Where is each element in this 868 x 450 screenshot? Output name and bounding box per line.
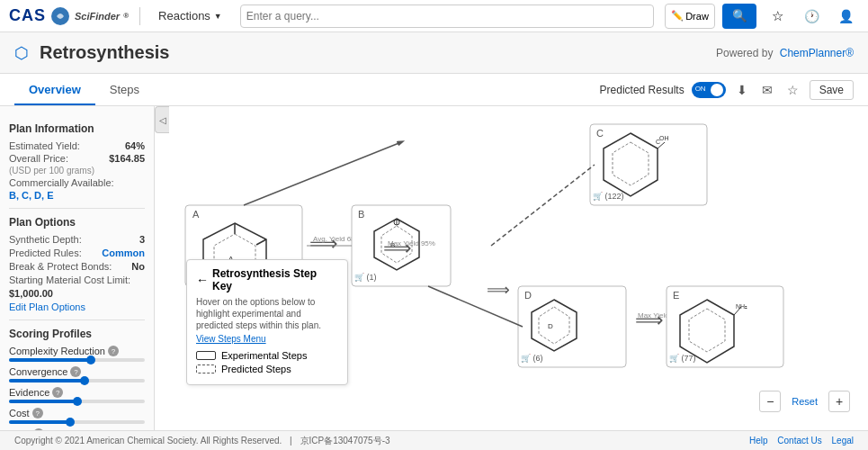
yield-info-icon[interactable]: ? — [33, 428, 44, 430]
complexity-slider-thumb[interactable] — [86, 356, 95, 364]
est-yield-label: Estimated Yield: — [9, 140, 80, 151]
edit-plan-row[interactable]: Edit Plan Options — [9, 302, 145, 312]
commercially-row: Commercially Available: — [9, 177, 145, 188]
est-yield-value: 64% — [125, 140, 145, 151]
retrosynthesis-icon: ⬡ — [14, 43, 29, 63]
draw-button[interactable]: ✏️ Draw — [665, 4, 715, 29]
evidence-info-icon[interactable]: ? — [52, 387, 63, 398]
download-button[interactable]: ⬇ — [733, 81, 751, 99]
cost-slider-thumb[interactable] — [66, 418, 75, 427]
tab-steps[interactable]: Steps — [95, 76, 154, 105]
footer-links: Help Contact Us Legal — [742, 436, 854, 446]
svg-text:Max Yield 95%: Max Yield 95% — [388, 239, 435, 248]
complexity-slider-track[interactable] — [9, 358, 145, 362]
zoom-reset-button[interactable]: Reset — [786, 394, 823, 409]
edit-plan-link[interactable]: Edit Plan Options — [9, 302, 85, 312]
step-key-panel: ← Retrosynthesis Step Key Hover on the o… — [186, 259, 348, 385]
cas-text: CAS — [9, 6, 46, 25]
evidence-item: Evidence ? — [9, 387, 145, 403]
predicted-line-icon — [196, 364, 216, 374]
svg-text:OH: OH — [659, 135, 669, 141]
search-button[interactable]: 🔍 — [722, 4, 756, 29]
yield-label: Yield — [9, 428, 31, 430]
predicted-steps-item[interactable]: Predicted Steps — [196, 364, 338, 374]
per-100g-label: (USD per 100 grams) — [9, 166, 94, 176]
svg-text:B: B — [358, 209, 364, 220]
break-bonds-value: No — [131, 261, 145, 272]
experimental-label: Experimental Steps — [221, 350, 307, 361]
predicted-results-label: Predicted Results — [600, 84, 685, 96]
footer-separator: | — [290, 436, 292, 446]
node-a-label: A — [192, 209, 200, 220]
svg-text:🛒 (122): 🛒 (122) — [593, 191, 624, 202]
synth-depth-value: 3 — [139, 234, 145, 245]
user-button[interactable]: 👤 — [832, 4, 859, 29]
experimental-steps-item[interactable]: Experimental Steps — [196, 350, 338, 361]
cost-label: Cost — [9, 408, 30, 418]
view-steps-menu-link[interactable]: View Steps Menu — [196, 333, 338, 345]
svg-text:🛒 (1): 🛒 (1) — [354, 272, 377, 283]
legal-link[interactable]: Legal — [832, 436, 854, 446]
zoom-in-button[interactable]: + — [828, 391, 850, 412]
cas-logo[interactable]: CAS SciFinder ® — [9, 5, 129, 27]
synth-depth-row: Synthetic Depth: 3 — [9, 234, 145, 245]
email-button[interactable]: ✉ — [758, 81, 776, 99]
chemplanner-link[interactable]: ChemPlanner® — [780, 47, 854, 59]
cost-info-icon[interactable]: ? — [32, 408, 43, 418]
evidence-label: Evidence — [9, 387, 49, 398]
nav-separator — [139, 7, 140, 25]
overall-price-row: Overall Price: $164.85 — [9, 153, 145, 164]
zoom-controls: − Reset + — [759, 391, 850, 412]
convergence-slider-thumb[interactable] — [80, 376, 89, 385]
sidebar-collapse-button[interactable]: ◁ — [155, 106, 169, 133]
bookmark-button[interactable]: ☆ — [764, 4, 791, 29]
predicted-results-toggle[interactable]: ON — [692, 82, 726, 98]
overall-price-label: Overall Price: — [9, 153, 68, 164]
svg-line-19 — [244, 142, 401, 205]
pencil-icon: ✏️ — [671, 10, 684, 22]
step-key-title-text: Retrosynthesis Step Key — [212, 267, 338, 292]
svg-line-30 — [491, 165, 595, 246]
convergence-info-icon[interactable]: ? — [70, 366, 81, 377]
tab-overview[interactable]: Overview — [14, 76, 95, 105]
divider-2 — [9, 320, 145, 320]
zoom-out-button[interactable]: − — [759, 391, 781, 412]
svg-text:⟹: ⟹ — [487, 281, 510, 299]
plan-info-title: Plan Information — [9, 122, 145, 135]
svg-text:E: E — [673, 290, 679, 301]
history-button[interactable]: 🕐 — [798, 4, 825, 29]
complexity-info-icon[interactable]: ? — [108, 346, 119, 356]
start-material-label: Starting Material Cost Limit: — [9, 274, 130, 285]
predicted-rules-row: Predicted Rules: Common — [9, 248, 145, 258]
experimental-line-icon — [196, 351, 216, 360]
svg-text:D: D — [524, 290, 532, 301]
main-content: Plan Information Estimated Yield: 64% Ov… — [0, 106, 868, 430]
start-material-value: $1,000.00 — [9, 288, 53, 299]
complexity-slider-fill — [9, 358, 91, 362]
help-link[interactable]: Help — [749, 436, 768, 446]
search-input[interactable] — [246, 10, 648, 22]
cas-icon — [49, 5, 71, 27]
step-key-title: ← Retrosynthesis Step Key — [196, 267, 338, 292]
star-button[interactable]: ☆ — [783, 81, 802, 99]
cost-slider-track[interactable] — [9, 420, 145, 424]
evidence-slider-thumb[interactable] — [73, 397, 82, 406]
reactions-dropdown[interactable]: Reactions ▼ — [151, 5, 229, 26]
sidebar: Plan Information Estimated Yield: 64% Ov… — [0, 106, 155, 430]
contact-link[interactable]: Contact Us — [777, 436, 821, 446]
back-icon[interactable]: ← — [196, 273, 209, 287]
search-bar[interactable] — [240, 4, 654, 28]
clock-icon: 🕐 — [804, 9, 819, 23]
evidence-slider-track[interactable] — [9, 400, 145, 403]
step-key-desc: Hover on the options below to highlight … — [196, 296, 338, 345]
predicted-rules-value: Common — [102, 248, 145, 258]
convergence-slider-track[interactable] — [9, 379, 145, 382]
save-button[interactable]: Save — [810, 80, 854, 100]
svg-text:NH₂: NH₂ — [736, 303, 747, 310]
draw-label: Draw — [685, 11, 709, 22]
diagram-area: A 🛒 (6) A ⟹ Avg. Yield 68% B 🛒 (1) — [168, 106, 868, 430]
toggle-on-label: ON — [695, 85, 706, 93]
top-navigation: CAS SciFinder ® Reactions ▼ ✏️ Draw 🔍 ☆ … — [0, 0, 868, 32]
svg-text:C: C — [596, 128, 604, 139]
minus-icon: − — [766, 394, 774, 409]
